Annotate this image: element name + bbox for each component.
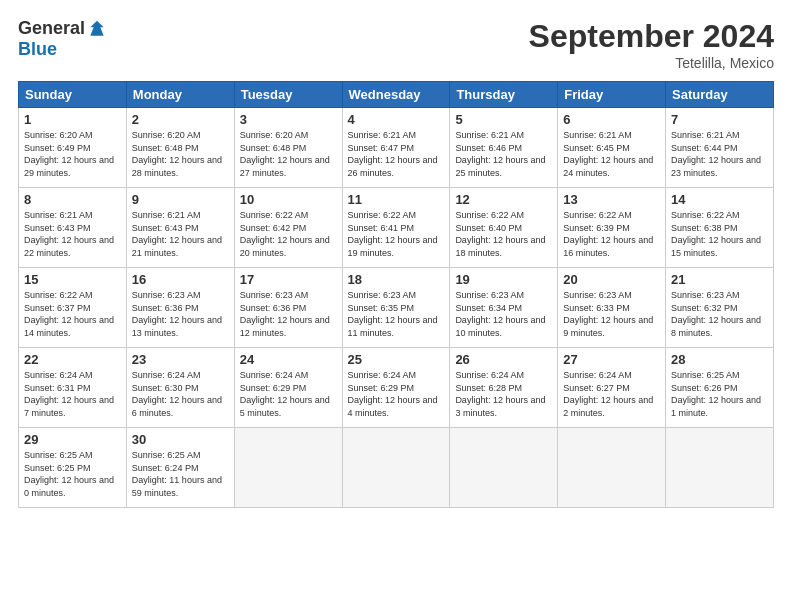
day-number: 12 (455, 192, 552, 207)
day-number: 28 (671, 352, 768, 367)
day-number: 27 (563, 352, 660, 367)
day-number: 24 (240, 352, 337, 367)
day-info: Sunrise: 6:23 AMSunset: 6:35 PMDaylight:… (348, 289, 445, 339)
day-info: Sunrise: 6:20 AMSunset: 6:48 PMDaylight:… (132, 129, 229, 179)
day-number: 23 (132, 352, 229, 367)
day-number: 5 (455, 112, 552, 127)
day-number: 10 (240, 192, 337, 207)
table-row (342, 428, 450, 508)
table-row: 20 Sunrise: 6:23 AMSunset: 6:33 PMDaylig… (558, 268, 666, 348)
day-info: Sunrise: 6:25 AMSunset: 6:26 PMDaylight:… (671, 369, 768, 419)
day-info: Sunrise: 6:21 AMSunset: 6:46 PMDaylight:… (455, 129, 552, 179)
day-info: Sunrise: 6:22 AMSunset: 6:38 PMDaylight:… (671, 209, 768, 259)
logo-text: General (18, 18, 107, 39)
table-row: 22 Sunrise: 6:24 AMSunset: 6:31 PMDaylig… (19, 348, 127, 428)
header-saturday: Saturday (666, 82, 774, 108)
header: General Blue September 2024 Tetelilla, M… (18, 18, 774, 71)
day-number: 17 (240, 272, 337, 287)
table-row (558, 428, 666, 508)
day-info: Sunrise: 6:22 AMSunset: 6:39 PMDaylight:… (563, 209, 660, 259)
title-section: September 2024 Tetelilla, Mexico (529, 18, 774, 71)
day-number: 3 (240, 112, 337, 127)
table-row: 8 Sunrise: 6:21 AMSunset: 6:43 PMDayligh… (19, 188, 127, 268)
day-number: 25 (348, 352, 445, 367)
svg-marker-0 (90, 20, 103, 35)
table-row (666, 428, 774, 508)
day-number: 11 (348, 192, 445, 207)
day-info: Sunrise: 6:20 AMSunset: 6:49 PMDaylight:… (24, 129, 121, 179)
table-row: 29 Sunrise: 6:25 AMSunset: 6:25 PMDaylig… (19, 428, 127, 508)
day-number: 13 (563, 192, 660, 207)
table-row: 7 Sunrise: 6:21 AMSunset: 6:44 PMDayligh… (666, 108, 774, 188)
table-row (234, 428, 342, 508)
day-number: 20 (563, 272, 660, 287)
table-row: 16 Sunrise: 6:23 AMSunset: 6:36 PMDaylig… (126, 268, 234, 348)
calendar-week-row: 29 Sunrise: 6:25 AMSunset: 6:25 PMDaylig… (19, 428, 774, 508)
table-row (450, 428, 558, 508)
day-number: 14 (671, 192, 768, 207)
day-info: Sunrise: 6:21 AMSunset: 6:45 PMDaylight:… (563, 129, 660, 179)
day-number: 1 (24, 112, 121, 127)
table-row: 2 Sunrise: 6:20 AMSunset: 6:48 PMDayligh… (126, 108, 234, 188)
table-row: 3 Sunrise: 6:20 AMSunset: 6:48 PMDayligh… (234, 108, 342, 188)
day-number: 22 (24, 352, 121, 367)
calendar-week-row: 22 Sunrise: 6:24 AMSunset: 6:31 PMDaylig… (19, 348, 774, 428)
table-row: 21 Sunrise: 6:23 AMSunset: 6:32 PMDaylig… (666, 268, 774, 348)
table-row: 25 Sunrise: 6:24 AMSunset: 6:29 PMDaylig… (342, 348, 450, 428)
header-thursday: Thursday (450, 82, 558, 108)
day-number: 6 (563, 112, 660, 127)
day-info: Sunrise: 6:21 AMSunset: 6:43 PMDaylight:… (24, 209, 121, 259)
day-info: Sunrise: 6:22 AMSunset: 6:40 PMDaylight:… (455, 209, 552, 259)
table-row: 24 Sunrise: 6:24 AMSunset: 6:29 PMDaylig… (234, 348, 342, 428)
day-number: 15 (24, 272, 121, 287)
table-row: 18 Sunrise: 6:23 AMSunset: 6:35 PMDaylig… (342, 268, 450, 348)
table-row: 4 Sunrise: 6:21 AMSunset: 6:47 PMDayligh… (342, 108, 450, 188)
table-row: 12 Sunrise: 6:22 AMSunset: 6:40 PMDaylig… (450, 188, 558, 268)
table-row: 17 Sunrise: 6:23 AMSunset: 6:36 PMDaylig… (234, 268, 342, 348)
table-row: 23 Sunrise: 6:24 AMSunset: 6:30 PMDaylig… (126, 348, 234, 428)
day-number: 16 (132, 272, 229, 287)
table-row: 19 Sunrise: 6:23 AMSunset: 6:34 PMDaylig… (450, 268, 558, 348)
logo: General Blue (18, 18, 107, 60)
day-info: Sunrise: 6:22 AMSunset: 6:41 PMDaylight:… (348, 209, 445, 259)
day-info: Sunrise: 6:21 AMSunset: 6:43 PMDaylight:… (132, 209, 229, 259)
day-info: Sunrise: 6:23 AMSunset: 6:36 PMDaylight:… (132, 289, 229, 339)
day-info: Sunrise: 6:24 AMSunset: 6:28 PMDaylight:… (455, 369, 552, 419)
day-info: Sunrise: 6:23 AMSunset: 6:34 PMDaylight:… (455, 289, 552, 339)
table-row: 26 Sunrise: 6:24 AMSunset: 6:28 PMDaylig… (450, 348, 558, 428)
table-row: 10 Sunrise: 6:22 AMSunset: 6:42 PMDaylig… (234, 188, 342, 268)
day-info: Sunrise: 6:23 AMSunset: 6:32 PMDaylight:… (671, 289, 768, 339)
day-info: Sunrise: 6:24 AMSunset: 6:30 PMDaylight:… (132, 369, 229, 419)
day-info: Sunrise: 6:24 AMSunset: 6:31 PMDaylight:… (24, 369, 121, 419)
day-info: Sunrise: 6:22 AMSunset: 6:42 PMDaylight:… (240, 209, 337, 259)
table-row: 14 Sunrise: 6:22 AMSunset: 6:38 PMDaylig… (666, 188, 774, 268)
calendar-header-row: Sunday Monday Tuesday Wednesday Thursday… (19, 82, 774, 108)
header-sunday: Sunday (19, 82, 127, 108)
day-info: Sunrise: 6:24 AMSunset: 6:29 PMDaylight:… (240, 369, 337, 419)
calendar: Sunday Monday Tuesday Wednesday Thursday… (18, 81, 774, 508)
header-tuesday: Tuesday (234, 82, 342, 108)
month-title: September 2024 (529, 18, 774, 55)
day-number: 18 (348, 272, 445, 287)
day-number: 9 (132, 192, 229, 207)
table-row: 5 Sunrise: 6:21 AMSunset: 6:46 PMDayligh… (450, 108, 558, 188)
day-info: Sunrise: 6:24 AMSunset: 6:29 PMDaylight:… (348, 369, 445, 419)
day-number: 21 (671, 272, 768, 287)
calendar-week-row: 8 Sunrise: 6:21 AMSunset: 6:43 PMDayligh… (19, 188, 774, 268)
header-friday: Friday (558, 82, 666, 108)
table-row: 9 Sunrise: 6:21 AMSunset: 6:43 PMDayligh… (126, 188, 234, 268)
day-info: Sunrise: 6:24 AMSunset: 6:27 PMDaylight:… (563, 369, 660, 419)
day-number: 7 (671, 112, 768, 127)
day-info: Sunrise: 6:23 AMSunset: 6:33 PMDaylight:… (563, 289, 660, 339)
logo-blue: Blue (18, 39, 57, 60)
day-info: Sunrise: 6:23 AMSunset: 6:36 PMDaylight:… (240, 289, 337, 339)
day-info: Sunrise: 6:20 AMSunset: 6:48 PMDaylight:… (240, 129, 337, 179)
page: General Blue September 2024 Tetelilla, M… (0, 0, 792, 612)
header-monday: Monday (126, 82, 234, 108)
calendar-week-row: 15 Sunrise: 6:22 AMSunset: 6:37 PMDaylig… (19, 268, 774, 348)
day-info: Sunrise: 6:22 AMSunset: 6:37 PMDaylight:… (24, 289, 121, 339)
calendar-week-row: 1 Sunrise: 6:20 AMSunset: 6:49 PMDayligh… (19, 108, 774, 188)
day-number: 4 (348, 112, 445, 127)
table-row: 27 Sunrise: 6:24 AMSunset: 6:27 PMDaylig… (558, 348, 666, 428)
day-info: Sunrise: 6:21 AMSunset: 6:47 PMDaylight:… (348, 129, 445, 179)
